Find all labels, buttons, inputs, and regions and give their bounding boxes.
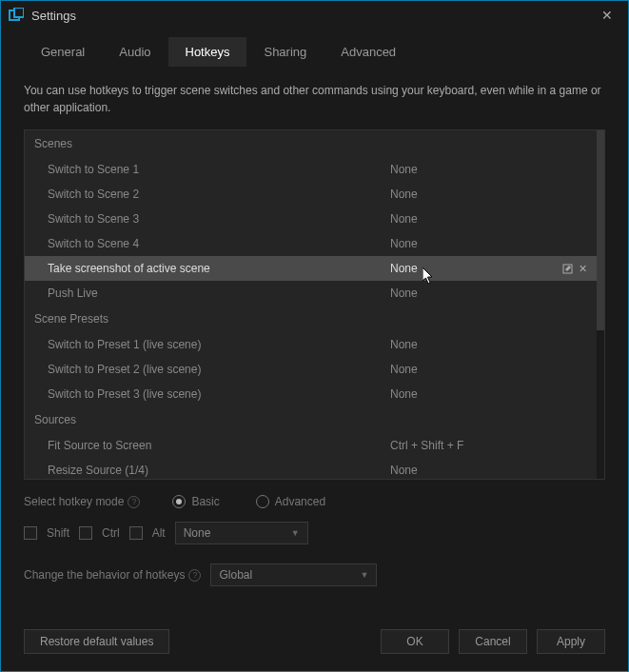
help-icon[interactable]: ?: [128, 496, 140, 508]
window-title: Settings: [31, 9, 594, 23]
hotkey-value: None: [390, 363, 587, 376]
section-sources: Sources: [25, 406, 597, 433]
section-scenes: Scenes: [25, 130, 597, 157]
hotkey-value: None: [390, 163, 587, 176]
behavior-label: Change the behavior of hotkeys ?: [24, 568, 201, 582]
hotkey-label: Switch to Preset 3 (live scene): [48, 387, 390, 401]
tabs: General Audio Hotkeys Sharing Advanced: [1, 30, 628, 67]
controls: Select hotkey mode ? Basic Advanced Shif…: [24, 480, 605, 600]
help-icon[interactable]: ?: [188, 569, 201, 582]
hotkey-label: Take screenshot of active scene: [48, 262, 390, 275]
tab-advanced[interactable]: Advanced: [324, 37, 413, 67]
edit-icon[interactable]: [562, 264, 573, 274]
hotkey-value: None: [390, 262, 562, 275]
ok-button[interactable]: OK: [381, 629, 449, 654]
radio-advanced[interactable]: Advanced: [256, 495, 325, 508]
hotkey-row[interactable]: Push Live None: [25, 281, 597, 306]
scrollbar-track[interactable]: [597, 130, 604, 479]
section-presets: Scene Presets: [25, 306, 597, 332]
hotkey-label: Switch to Preset 1 (live scene): [48, 338, 390, 351]
hotkey-row[interactable]: Switch to Scene 2 None: [25, 182, 597, 207]
mode-label: Select hotkey mode ?: [24, 495, 140, 508]
scrollbar-thumb[interactable]: [597, 130, 604, 330]
key-select[interactable]: None ▼: [175, 522, 308, 544]
restore-defaults-button[interactable]: Restore default values: [24, 629, 169, 654]
checkbox-shift[interactable]: [24, 526, 37, 540]
hotkey-label: Fit Source to Screen: [48, 439, 390, 452]
svg-rect-1: [14, 8, 24, 17]
description-text: You can use hotkeys to trigger scene swi…: [24, 82, 605, 116]
titlebar: Settings ✕: [1, 1, 628, 30]
hotkey-label: Switch to Preset 2 (live scene): [48, 363, 390, 376]
hotkey-list: Scenes Switch to Scene 1 None Switch to …: [24, 129, 605, 480]
hotkey-label: Switch to Scene 1: [48, 163, 390, 176]
tab-audio[interactable]: Audio: [102, 37, 167, 67]
label-shift: Shift: [47, 526, 69, 540]
radio-basic[interactable]: Basic: [172, 495, 219, 508]
hotkey-value: None: [390, 287, 587, 300]
hotkey-row[interactable]: Switch to Preset 3 (live scene) None: [25, 382, 597, 406]
hotkey-label: Resize Source (1/4): [48, 464, 390, 477]
hotkey-value: None: [390, 338, 587, 351]
checkbox-alt[interactable]: [129, 526, 143, 540]
hotkey-label: Switch to Scene 2: [48, 188, 390, 201]
hotkey-value: None: [390, 188, 587, 201]
hotkey-row[interactable]: Switch to Scene 4 None: [25, 231, 597, 256]
hotkey-row[interactable]: Fit Source to Screen Ctrl + Shift + F: [25, 433, 597, 458]
hotkey-row[interactable]: Resize Source (1/4) None: [25, 458, 597, 479]
app-icon: [9, 8, 24, 23]
footer: Restore default values OK Cancel Apply: [1, 616, 628, 671]
tab-general[interactable]: General: [24, 37, 102, 67]
cancel-button[interactable]: Cancel: [459, 629, 527, 654]
settings-window: Settings ✕ General Audio Hotkeys Sharing…: [0, 0, 629, 672]
hotkey-value: None: [390, 237, 587, 250]
hotkey-value: Ctrl + Shift + F: [390, 439, 587, 452]
label-ctrl: Ctrl: [102, 526, 120, 540]
hotkey-row[interactable]: Switch to Scene 3 None: [25, 207, 597, 231]
clear-icon[interactable]: ✕: [579, 263, 587, 275]
hotkey-row[interactable]: Switch to Scene 1 None: [25, 157, 597, 182]
hotkey-label: Switch to Scene 3: [48, 212, 390, 226]
tab-hotkeys[interactable]: Hotkeys: [168, 37, 247, 67]
hotkey-row[interactable]: Switch to Preset 2 (live scene) None: [25, 357, 597, 382]
tab-content: You can use hotkeys to trigger scene swi…: [1, 67, 628, 616]
chevron-down-icon: ▼: [291, 528, 300, 538]
tab-sharing[interactable]: Sharing: [246, 37, 324, 67]
behavior-select[interactable]: Global ▼: [210, 563, 377, 586]
hotkey-row[interactable]: Switch to Preset 1 (live scene) None: [25, 332, 597, 357]
hotkey-value: None: [390, 464, 587, 477]
chevron-down-icon: ▼: [361, 570, 369, 580]
close-icon[interactable]: ✕: [594, 4, 620, 27]
apply-button[interactable]: Apply: [537, 629, 605, 654]
hotkey-value: None: [390, 387, 587, 401]
label-alt: Alt: [152, 526, 166, 540]
hotkey-label: Push Live: [48, 287, 390, 300]
hotkey-label: Switch to Scene 4: [48, 237, 390, 250]
checkbox-ctrl[interactable]: [79, 526, 92, 540]
hotkey-value: None: [390, 212, 587, 226]
hotkey-row-selected[interactable]: Take screenshot of active scene None ✕: [25, 256, 597, 281]
